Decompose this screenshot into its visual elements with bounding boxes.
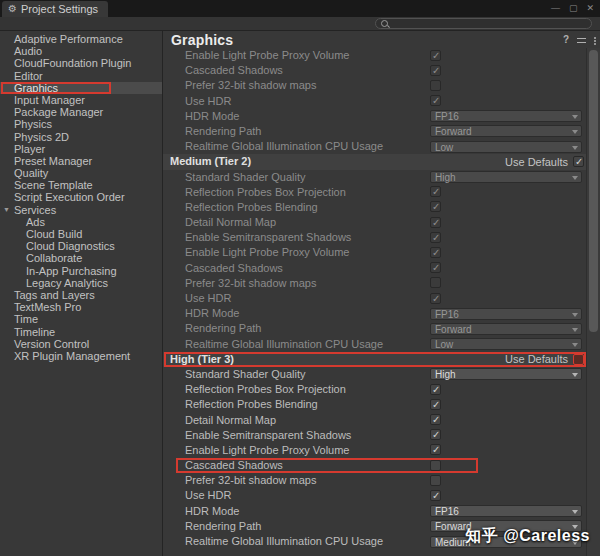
sidebar-item-input-manager[interactable]: Input Manager: [0, 94, 162, 106]
sidebar-item-label: Ads: [26, 216, 45, 228]
setting-row-realtime-global-illumination-cpu-usage: Realtime Global Illumination CPU UsageLo…: [163, 337, 587, 352]
sidebar-item-physics-2d[interactable]: Physics 2D: [0, 131, 162, 143]
dropdown-hdr-mode[interactable]: FP16: [430, 308, 582, 320]
setting-label: Detail Normal Map: [185, 215, 276, 230]
sidebar-item-scene-template[interactable]: Scene Template: [0, 179, 162, 191]
checkbox-detail-normal-map[interactable]: [430, 217, 441, 228]
sidebar-item-preset-manager[interactable]: Preset Manager: [0, 155, 162, 167]
checkbox-reflection-probes-box-projection[interactable]: [430, 384, 441, 395]
sidebar-item-package-manager[interactable]: Package Manager: [0, 106, 162, 118]
checkbox-cascaded-shadows[interactable]: [430, 65, 441, 76]
settings-rows: Enable Light Probe Proxy VolumeCascaded …: [163, 48, 587, 549]
dropdown-realtime-global-illumination-cpu-usage[interactable]: Low: [430, 338, 582, 350]
dropdown-hdr-mode[interactable]: FP16: [430, 110, 582, 122]
sidebar-item-label: Cloud Diagnostics: [26, 240, 115, 252]
sidebar-item-label: In-App Purchasing: [26, 265, 117, 277]
setting-row-realtime-global-illumination-cpu-usage: Realtime Global Illumination CPU UsageLo…: [163, 139, 587, 154]
setting-label: Realtime Global Illumination CPU Usage: [185, 534, 383, 549]
setting-control: [430, 217, 441, 228]
setting-label: Cascaded Shadows: [185, 63, 283, 78]
setting-label: Use HDR: [185, 291, 231, 306]
sidebar-item-timeline[interactable]: Timeline: [0, 326, 162, 338]
sidebar-item-version-control[interactable]: Version Control: [0, 338, 162, 350]
checkbox-enable-light-probe-proxy-volume[interactable]: [430, 444, 441, 455]
sidebar-item-quality[interactable]: Quality: [0, 167, 162, 179]
setting-label: Cascaded Shadows: [185, 458, 283, 473]
vertical-scrollbar[interactable]: [586, 48, 600, 556]
scrollbar-thumb[interactable]: [589, 50, 598, 332]
use-defaults-checkbox[interactable]: [573, 156, 584, 167]
checkbox-enable-semitransparent-shadows[interactable]: [430, 232, 441, 243]
sidebar-item-label: Physics: [14, 118, 52, 130]
sidebar-item-audio[interactable]: Audio: [0, 45, 162, 57]
sidebar-item-label: Collaborate: [26, 252, 82, 264]
setting-control: High: [430, 171, 582, 183]
checkbox-use-hdr[interactable]: [430, 95, 441, 106]
dropdown-value: FP16: [435, 111, 459, 122]
sidebar-item-cloudfoundation-plugin[interactable]: CloudFoundation Plugin: [0, 57, 162, 69]
setting-row-enable-semitransparent-shadows: Enable Semitransparent Shadows: [163, 428, 587, 443]
setting-row-prefer-32-bit-shadow-maps: Prefer 32-bit shadow maps: [163, 78, 587, 93]
sidebar-item-cloud-diagnostics[interactable]: Cloud Diagnostics: [0, 240, 162, 252]
maximize-icon[interactable]: ▢: [569, 2, 578, 14]
sidebar-item-script-execution-order[interactable]: Script Execution Order: [0, 191, 162, 203]
checkbox-enable-light-probe-proxy-volume[interactable]: [430, 247, 441, 258]
setting-label: Enable Light Probe Proxy Volume: [185, 48, 350, 63]
preset-icon[interactable]: [577, 36, 586, 45]
sidebar-item-adaptive-performance[interactable]: Adaptive Performance: [0, 33, 162, 45]
dropdown-realtime-global-illumination-cpu-usage[interactable]: Low: [430, 141, 582, 153]
setting-row-standard-shader-quality: Standard Shader QualityHigh: [163, 170, 587, 185]
sidebar-item-textmesh-pro[interactable]: TextMesh Pro: [0, 301, 162, 313]
sidebar-item-in-app-purchasing[interactable]: In-App Purchasing: [0, 265, 162, 277]
sidebar-item-collaborate[interactable]: Collaborate: [0, 252, 162, 264]
sidebar-item-services[interactable]: ▼Services: [0, 204, 162, 216]
sidebar-item-player[interactable]: Player: [0, 143, 162, 155]
sidebar-item-label: Package Manager: [14, 106, 103, 118]
sidebar-item-legacy-analytics[interactable]: Legacy Analytics: [0, 277, 162, 289]
checkbox-enable-semitransparent-shadows[interactable]: [430, 429, 441, 440]
dropdown-standard-shader-quality[interactable]: High: [430, 368, 582, 380]
setting-row-enable-light-probe-proxy-volume: Enable Light Probe Proxy Volume: [163, 443, 587, 458]
checkbox-reflection-probes-blending[interactable]: [430, 201, 441, 212]
checkbox-enable-light-probe-proxy-volume[interactable]: [430, 50, 441, 61]
setting-label: HDR Mode: [185, 306, 239, 321]
sidebar-item-physics[interactable]: Physics: [0, 118, 162, 130]
dropdown-hdr-mode[interactable]: FP16: [430, 505, 582, 517]
setting-label: Standard Shader Quality: [185, 367, 305, 382]
foldout-triangle-icon[interactable]: ▼: [3, 204, 10, 216]
checkbox-use-hdr[interactable]: [430, 293, 441, 304]
dropdown-rendering-path[interactable]: Forward: [430, 323, 582, 335]
sidebar-item-tags-and-layers[interactable]: Tags and Layers: [0, 289, 162, 301]
close-icon[interactable]: ✕: [586, 2, 594, 14]
setting-row-cascaded-shadows: Cascaded Shadows: [163, 458, 587, 473]
checkbox-reflection-probes-box-projection[interactable]: [430, 186, 441, 197]
setting-label: Medium (Tier 2): [170, 154, 251, 169]
checkbox-prefer-32-bit-shadow-maps[interactable]: [430, 475, 441, 486]
sidebar-item-editor[interactable]: Editor: [0, 70, 162, 82]
sidebar-item-xr-plugin-management[interactable]: XR Plugin Management: [0, 350, 162, 362]
sidebar-item-time[interactable]: Time: [0, 313, 162, 325]
checkbox-detail-normal-map[interactable]: [430, 414, 441, 425]
help-icon[interactable]: ?: [563, 35, 569, 45]
dropdown-standard-shader-quality[interactable]: High: [430, 171, 582, 183]
checkbox-use-hdr[interactable]: [430, 490, 441, 501]
checkbox-cascaded-shadows[interactable]: [430, 460, 441, 471]
sidebar-item-graphics[interactable]: Graphics: [0, 82, 162, 94]
tab-project-settings[interactable]: ⚙ Project Settings: [2, 1, 108, 17]
sidebar-item-cloud-build[interactable]: Cloud Build: [0, 228, 162, 240]
menu-icon[interactable]: [594, 37, 596, 39]
dropdown-rendering-path[interactable]: Forward: [430, 125, 582, 137]
tab-title: Project Settings: [21, 3, 98, 15]
checkbox-reflection-probes-blending[interactable]: [430, 399, 441, 410]
checkbox-prefer-32-bit-shadow-maps[interactable]: [430, 80, 441, 91]
settings-gear-icon: ⚙: [8, 4, 17, 14]
tier-header-high-tier-3: High (Tier 3)Use Defaults: [163, 352, 587, 367]
use-defaults-checkbox[interactable]: [573, 354, 584, 365]
sidebar-item-ads[interactable]: Ads: [0, 216, 162, 228]
search-input[interactable]: [375, 18, 592, 29]
setting-row-standard-shader-quality: Standard Shader QualityHigh: [163, 367, 587, 382]
checkbox-prefer-32-bit-shadow-maps[interactable]: [430, 277, 441, 288]
minimize-icon[interactable]: —: [551, 2, 560, 14]
setting-label: Enable Light Probe Proxy Volume: [185, 245, 350, 260]
checkbox-cascaded-shadows[interactable]: [430, 262, 441, 273]
